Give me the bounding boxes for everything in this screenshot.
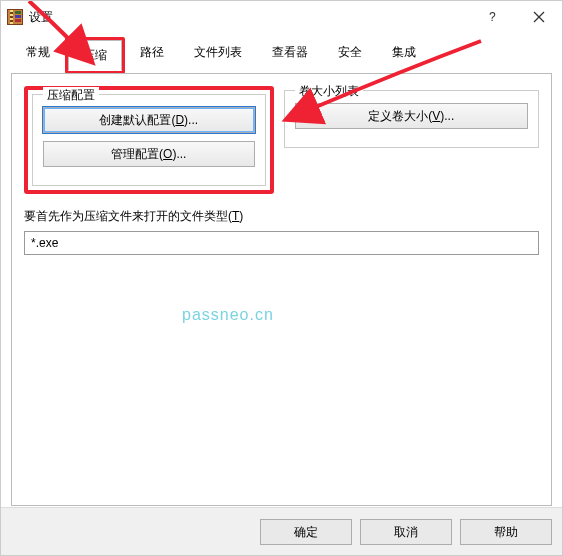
- settings-dialog: 设置 ? 常规 压缩 路径 文件列表 查看器 安全 集成 压缩配置 创建默认配置…: [0, 0, 563, 556]
- tab-compress[interactable]: 压缩: [68, 40, 122, 71]
- svg-rect-5: [10, 20, 13, 22]
- svg-rect-7: [15, 15, 21, 18]
- tab-integration[interactable]: 集成: [377, 37, 431, 74]
- compress-profile-highlight: 压缩配置 创建默认配置(D)... 管理配置(O)...: [24, 86, 274, 194]
- filetype-label: 要首先作为压缩文件来打开的文件类型(T): [24, 208, 539, 225]
- help-button[interactable]: ?: [470, 1, 516, 33]
- titlebar: 设置 ?: [1, 1, 562, 33]
- tab-security[interactable]: 安全: [323, 37, 377, 74]
- tab-strip: 常规 压缩 路径 文件列表 查看器 安全 集成: [1, 33, 562, 74]
- group-compress-profile: 压缩配置 创建默认配置(D)... 管理配置(O)...: [32, 94, 266, 186]
- watermark-text: passneo.cn: [182, 306, 274, 324]
- ok-button[interactable]: 确定: [260, 519, 352, 545]
- window-title: 设置: [29, 9, 470, 26]
- tab-general[interactable]: 常规: [11, 37, 65, 74]
- tab-viewer[interactable]: 查看器: [257, 37, 323, 74]
- svg-rect-3: [10, 12, 13, 14]
- manage-profile-button[interactable]: 管理配置(O)...: [43, 141, 255, 167]
- group-volume-list-legend: 卷大小列表: [295, 83, 363, 100]
- filetype-input[interactable]: [24, 231, 539, 255]
- tab-filelist[interactable]: 文件列表: [179, 37, 257, 74]
- tab-path[interactable]: 路径: [125, 37, 179, 74]
- svg-rect-8: [15, 19, 21, 22]
- tab-compress-highlight: 压缩: [65, 37, 125, 74]
- group-volume-list: 卷大小列表 定义卷大小(V)...: [284, 90, 540, 148]
- help-button-bottom[interactable]: 帮助: [460, 519, 552, 545]
- svg-text:?: ?: [489, 11, 496, 23]
- svg-rect-6: [15, 11, 21, 14]
- group-compress-profile-legend: 压缩配置: [43, 87, 99, 104]
- dialog-button-row: 确定 取消 帮助: [1, 507, 562, 555]
- cancel-button[interactable]: 取消: [360, 519, 452, 545]
- create-default-profile-button[interactable]: 创建默认配置(D)...: [43, 107, 255, 133]
- app-icon: [7, 9, 23, 25]
- define-volume-size-button[interactable]: 定义卷大小(V)...: [295, 103, 529, 129]
- close-button[interactable]: [516, 1, 562, 33]
- tab-panel-compress: 压缩配置 创建默认配置(D)... 管理配置(O)... 卷大小列表 定义卷大小…: [11, 73, 552, 506]
- svg-rect-4: [10, 16, 13, 18]
